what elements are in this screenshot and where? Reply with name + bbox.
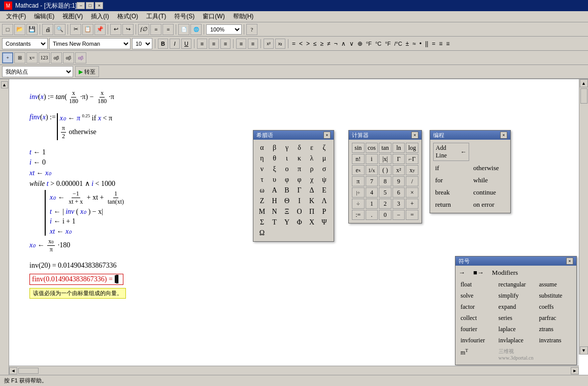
math-prog-btn[interactable]: αβ (75, 52, 86, 63)
prog-if[interactable]: if (433, 163, 469, 173)
greek-pi[interactable]: π (294, 164, 305, 174)
calc-3[interactable]: 3 (393, 199, 405, 209)
calc-5[interactable]: 5 (379, 187, 391, 198)
underline-button[interactable]: U (181, 39, 191, 49)
prog-for[interactable]: for (433, 175, 469, 185)
greek-Delta[interactable]: Δ (306, 185, 317, 196)
calc-gamma2[interactable]: ⌐Γ (406, 154, 418, 164)
greek-theta[interactable]: θ (269, 153, 280, 164)
new-button[interactable]: □ (2, 24, 13, 35)
help-button[interactable]: ? (246, 24, 257, 35)
greek-chi[interactable]: χ (306, 175, 317, 185)
superscript[interactable]: x² (264, 39, 274, 49)
calc-4[interactable]: 4 (366, 187, 378, 198)
greek-Sigma[interactable]: Σ (256, 217, 268, 228)
prog-break[interactable]: break (433, 187, 469, 198)
greek-Zeta[interactable]: Ζ (256, 196, 268, 206)
greek-Phi[interactable]: Φ (294, 217, 305, 228)
sym-rectangular[interactable]: rectangular (497, 280, 536, 290)
greek-delta[interactable]: δ (294, 143, 305, 153)
calc-7[interactable]: 7 (366, 176, 378, 186)
calc-mul[interactable]: × (406, 187, 418, 198)
greek-kappa[interactable]: κ (294, 153, 305, 164)
sym-modifiers[interactable]: Modifiers (492, 269, 518, 277)
prog-return[interactable]: return (433, 200, 469, 210)
menu-file[interactable]: 文件(F) (2, 11, 30, 22)
calc-ln[interactable]: ln (393, 143, 405, 153)
prog-otherwise[interactable]: otherwise (471, 163, 507, 173)
sym-expand[interactable]: expand (497, 302, 536, 312)
save-button[interactable]: 💾 (26, 24, 38, 35)
math-symbol-btn[interactable]: αβ (63, 52, 74, 63)
goto-button[interactable]: ▶ 转至 (75, 66, 99, 77)
greek-upsilon[interactable]: υ (269, 175, 280, 185)
left-scroll-up[interactable]: ▲ (1, 81, 8, 88)
tb-btn-b[interactable]: ≡ (150, 24, 161, 35)
greek-Mu[interactable]: Μ (256, 207, 268, 217)
undo-button[interactable]: ↩ (110, 24, 121, 35)
calc-abs[interactable]: |x| (379, 154, 391, 164)
sym-factor[interactable]: factor (459, 302, 495, 312)
calc-inv[interactable]: 1/x (366, 165, 378, 175)
greek-Omicron[interactable]: Ο (294, 207, 305, 217)
sym-coeffs[interactable]: coeffs (537, 302, 573, 312)
greek-Chi[interactable]: Χ (306, 217, 317, 228)
greek-Theta[interactable]: Θ (281, 196, 292, 206)
greek-zeta[interactable]: ζ (319, 143, 330, 153)
greek-mu[interactable]: μ (319, 153, 330, 164)
sym-simplify[interactable]: simplify (497, 291, 536, 301)
calc-dot[interactable]: . (366, 210, 378, 220)
vscroll-down-btn[interactable]: ▼ (580, 346, 588, 355)
greek-eta[interactable]: η (256, 153, 268, 164)
menu-symbol[interactable]: 符号(S) (170, 11, 199, 22)
list-bullet[interactable]: ≡ (236, 39, 246, 49)
calc-cos[interactable]: cos (366, 143, 378, 153)
sym-parfrac[interactable]: parfrac (537, 313, 573, 323)
bold-button[interactable]: B (158, 39, 168, 49)
greek-Alpha[interactable]: Α (269, 185, 280, 196)
hscroll-thumb[interactable] (18, 368, 39, 374)
resource-button[interactable]: 📄 (178, 24, 189, 35)
greek-Beta[interactable]: Β (281, 185, 292, 196)
greek-phi1[interactable]: φ (281, 175, 292, 185)
sym-solve[interactable]: solve (459, 291, 495, 301)
menu-window[interactable]: 窗口(W) (199, 11, 228, 22)
align-center[interactable]: ≡ (209, 39, 219, 49)
sym-ztrans[interactable]: ztrans (537, 325, 573, 334)
greek-alpha[interactable]: α (256, 143, 268, 153)
sym-collect[interactable]: collect (459, 313, 495, 323)
greek-Kappa[interactable]: Κ (306, 196, 317, 206)
calc-neg[interactable]: − (393, 210, 405, 220)
greek-Psi[interactable]: Ψ (319, 217, 330, 228)
size-select[interactable]: 10 (132, 38, 152, 49)
calc-panel-close[interactable]: × (411, 132, 418, 139)
greek-Tau[interactable]: Τ (269, 217, 280, 228)
greek-Upsilon[interactable]: Υ (281, 217, 292, 228)
minimize-button[interactable]: − (77, 2, 85, 9)
greek-panel-close[interactable]: × (323, 132, 331, 139)
greek-epsilon[interactable]: ε (306, 143, 317, 153)
tb-btn-a[interactable]: f∅ (138, 24, 149, 35)
hscroll-left-btn[interactable]: ◄ (9, 367, 17, 374)
greek-Omega[interactable]: Ω (256, 228, 268, 238)
sym-series[interactable]: series (497, 313, 536, 323)
greek-xi[interactable]: ξ (269, 164, 280, 174)
greek-Epsilon[interactable]: Ε (319, 185, 330, 196)
calc-0[interactable]: 0 (379, 210, 391, 220)
calc-div[interactable]: / (406, 176, 418, 186)
calc-2[interactable]: 2 (379, 199, 391, 209)
tb-btn-c[interactable]: ≡ (162, 24, 174, 35)
subscript[interactable]: x₂ (275, 39, 285, 49)
greek-Nu[interactable]: Ν (269, 207, 280, 217)
greek-Gamma[interactable]: Γ (294, 185, 305, 196)
paste-button[interactable]: 📌 (94, 24, 106, 35)
location-select[interactable]: 我的站点 (2, 66, 73, 77)
sym-laplace[interactable]: laplace (497, 325, 536, 334)
font-select[interactable]: Times New Roman (49, 38, 130, 49)
greek-psi[interactable]: ψ (319, 175, 330, 185)
calc-9[interactable]: 9 (393, 176, 405, 186)
menu-help[interactable]: 帮助(H) (229, 11, 258, 22)
calc-assign[interactable]: := (352, 210, 365, 220)
align-right[interactable]: ≡ (220, 39, 231, 49)
menu-edit[interactable]: 编辑(E) (30, 11, 58, 22)
